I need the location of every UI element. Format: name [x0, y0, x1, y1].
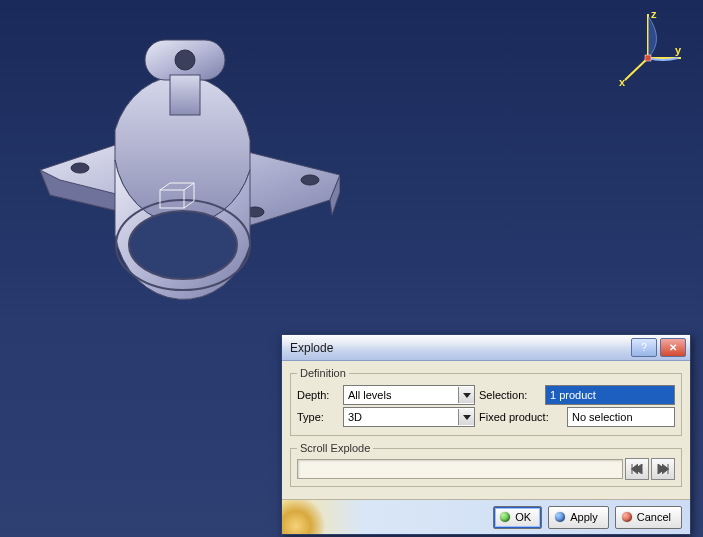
chevron-down-icon[interactable] [458, 409, 474, 425]
help-button[interactable]: ? [631, 338, 657, 357]
fixed-product-field[interactable]: No selection [567, 407, 675, 427]
dialog-footer: OK Apply Cancel [282, 499, 690, 534]
scroll-first-button[interactable] [625, 458, 649, 480]
cancel-button[interactable]: Cancel [615, 506, 682, 529]
selection-value: 1 product [550, 389, 596, 401]
globe-decoration [282, 500, 338, 534]
definition-group: Definition Depth: All levels Selection: … [290, 367, 682, 436]
type-combo[interactable]: 3D [343, 407, 475, 427]
apply-button[interactable]: Apply [548, 506, 609, 529]
type-label: Type: [297, 411, 339, 423]
svg-line-15 [625, 58, 648, 80]
ok-dot-icon [500, 512, 510, 522]
fixed-product-value: No selection [572, 411, 633, 423]
close-button[interactable]: ✕ [660, 338, 686, 357]
axis-compass[interactable]: z y x [613, 8, 683, 88]
svg-rect-16 [645, 55, 651, 61]
svg-point-0 [71, 163, 89, 173]
type-value: 3D [344, 411, 458, 423]
svg-point-4 [129, 211, 237, 279]
selection-field[interactable]: 1 product [545, 385, 675, 405]
axis-x-label: x [619, 76, 626, 88]
apply-label: Apply [570, 511, 598, 523]
depth-value: All levels [344, 389, 458, 401]
ok-label: OK [515, 511, 531, 523]
axis-z-label: z [651, 8, 657, 20]
chevron-down-icon[interactable] [458, 387, 474, 403]
scroll-explode-legend: Scroll Explode [297, 442, 373, 454]
viewport-3d[interactable]: z y x Explode ? ✕ Definition Depth: All … [0, 0, 703, 537]
ok-button[interactable]: OK [493, 506, 542, 529]
svg-point-1 [301, 175, 319, 185]
scroll-last-button[interactable] [651, 458, 675, 480]
scroll-explode-group: Scroll Explode [290, 442, 682, 487]
svg-point-5 [175, 50, 195, 70]
depth-combo[interactable]: All levels [343, 385, 475, 405]
selection-label: Selection: [479, 389, 541, 401]
cancel-dot-icon [622, 512, 632, 522]
dialog-title: Explode [290, 341, 628, 355]
dialog-titlebar[interactable]: Explode ? ✕ [282, 335, 690, 361]
apply-dot-icon [555, 512, 565, 522]
explode-dialog: Explode ? ✕ Definition Depth: All levels… [281, 334, 691, 535]
assembly-model[interactable] [20, 20, 340, 310]
cancel-label: Cancel [637, 511, 671, 523]
axis-y-label: y [675, 44, 682, 56]
definition-legend: Definition [297, 367, 349, 379]
fixed-product-label: Fixed product: [479, 411, 563, 423]
depth-label: Depth: [297, 389, 339, 401]
scroll-explode-slider[interactable] [297, 459, 623, 479]
svg-rect-6 [170, 75, 200, 115]
